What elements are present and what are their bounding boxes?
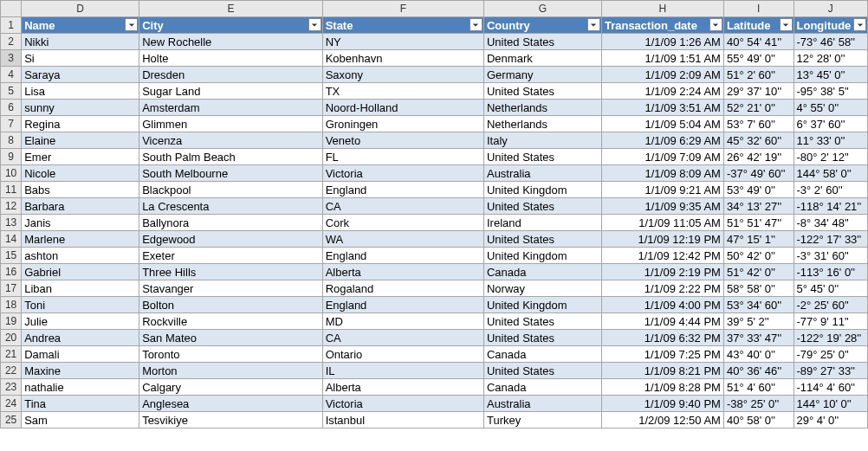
cell-city[interactable]: Amsterdam (139, 100, 323, 116)
cell-transaction_date[interactable]: 1/1/09 1:51 AM (601, 50, 723, 67)
cell-longitude[interactable]: 13° 45' 0'' (794, 67, 868, 83)
cell-name[interactable]: Si (22, 50, 139, 67)
filter-dropdown-icon[interactable] (308, 18, 321, 31)
cell-state[interactable]: Victoria (322, 396, 483, 412)
cell-city[interactable]: Morton (139, 363, 323, 379)
cell-name[interactable]: Nikki (22, 34, 139, 50)
cell-latitude[interactable]: 51° 2' 60'' (723, 67, 794, 83)
row-header-23[interactable]: 23 (1, 379, 22, 396)
cell-name[interactable]: Regina (22, 116, 139, 132)
table-header-transaction_date[interactable]: Transaction_date (601, 17, 723, 34)
table-row[interactable]: 13JanisBallynoraCorkIreland1/1/09 11:05 … (1, 215, 868, 231)
cell-longitude[interactable]: 29° 4' 0'' (794, 412, 868, 428)
cell-transaction_date[interactable]: 1/2/09 12:50 AM (601, 412, 723, 428)
cell-latitude[interactable]: 50° 42' 0'' (723, 248, 794, 264)
column-header-F[interactable]: F (322, 1, 483, 17)
row-header-9[interactable]: 9 (1, 149, 22, 165)
cell-state[interactable]: Kobenhavn (322, 50, 483, 67)
cell-country[interactable]: United States (483, 313, 601, 330)
cell-latitude[interactable]: 37° 33' 47'' (723, 330, 794, 346)
row-header-13[interactable]: 13 (1, 215, 22, 231)
cell-name[interactable]: Toni (22, 297, 139, 313)
cell-state[interactable]: Istanbul (322, 412, 483, 428)
cell-country[interactable]: United States (483, 231, 601, 248)
cell-state[interactable]: Alberta (322, 379, 483, 396)
cell-longitude[interactable]: -89° 27' 33'' (794, 363, 868, 379)
cell-transaction_date[interactable]: 1/1/09 1:26 AM (601, 34, 723, 50)
row-header-4[interactable]: 4 (1, 67, 22, 83)
table-row[interactable]: 19JulieRockvilleMDUnited States1/1/09 4:… (1, 313, 868, 330)
cell-country[interactable]: United States (483, 330, 601, 346)
cell-city[interactable]: Tesvikiye (139, 412, 323, 428)
row-header-15[interactable]: 15 (1, 248, 22, 264)
cell-longitude[interactable]: -73° 46' 58'' (794, 34, 868, 50)
table-row[interactable]: 15ashtonExeterEnglandUnited Kingdom1/1/0… (1, 248, 868, 264)
cell-longitude[interactable]: -80° 2' 12'' (794, 149, 868, 165)
row-header-24[interactable]: 24 (1, 396, 22, 412)
cell-city[interactable]: Calgary (139, 379, 323, 396)
table-row[interactable]: 16GabrielThree HillsAlbertaCanada1/1/09 … (1, 264, 868, 280)
cell-name[interactable]: Tina (22, 396, 139, 412)
cell-country[interactable]: United States (483, 83, 601, 100)
cell-country[interactable]: United Kingdom (483, 297, 601, 313)
row-header-5[interactable]: 5 (1, 83, 22, 100)
cell-transaction_date[interactable]: 1/1/09 6:29 AM (601, 132, 723, 149)
row-header-21[interactable]: 21 (1, 346, 22, 363)
row-header-25[interactable]: 25 (1, 412, 22, 428)
row-header-16[interactable]: 16 (1, 264, 22, 280)
row-header-6[interactable]: 6 (1, 100, 22, 116)
table-row[interactable]: 6sunnyAmsterdamNoord-HollandNetherlands1… (1, 100, 868, 116)
column-header-D[interactable]: D (22, 1, 139, 17)
cell-state[interactable]: CA (322, 330, 483, 346)
cell-city[interactable]: Blackpool (139, 182, 323, 198)
cell-country[interactable]: Canada (483, 346, 601, 363)
cell-city[interactable]: Rockville (139, 313, 323, 330)
cell-state[interactable]: Cork (322, 215, 483, 231)
cell-city[interactable]: Ballynora (139, 215, 323, 231)
cell-city[interactable]: Edgewood (139, 231, 323, 248)
cell-name[interactable]: Julie (22, 313, 139, 330)
column-header-I[interactable]: I (723, 1, 794, 17)
cell-name[interactable]: Maxine (22, 363, 139, 379)
cell-latitude[interactable]: -38° 25' 0'' (723, 396, 794, 412)
cell-name[interactable]: Elaine (22, 132, 139, 149)
cell-transaction_date[interactable]: 1/1/09 7:09 AM (601, 149, 723, 165)
cell-longitude[interactable]: -114° 4' 60'' (794, 379, 868, 396)
cell-state[interactable]: Groningen (322, 116, 483, 132)
cell-city[interactable]: South Palm Beach (139, 149, 323, 165)
cell-state[interactable]: Victoria (322, 165, 483, 182)
column-header-H[interactable]: H (601, 1, 723, 17)
cell-state[interactable]: Veneto (322, 132, 483, 149)
cell-latitude[interactable]: 39° 5' 2'' (723, 313, 794, 330)
table-row[interactable]: 21DamaliTorontoOntarioCanada1/1/09 7:25 … (1, 346, 868, 363)
row-header-3[interactable]: 3 (1, 50, 22, 67)
cell-city[interactable]: San Mateo (139, 330, 323, 346)
spreadsheet-grid[interactable]: DEFGHIJ1NameCityStateCountryTransaction_… (0, 0, 868, 428)
cell-state[interactable]: IL (322, 363, 483, 379)
cell-latitude[interactable]: 40° 58' 0'' (723, 412, 794, 428)
cell-latitude[interactable]: 58° 58' 0'' (723, 280, 794, 297)
cell-latitude[interactable]: 53° 49' 0'' (723, 182, 794, 198)
cell-country[interactable]: United States (483, 363, 601, 379)
cell-country[interactable]: United Kingdom (483, 248, 601, 264)
cell-transaction_date[interactable]: 1/1/09 6:32 PM (601, 330, 723, 346)
row-header-18[interactable]: 18 (1, 297, 22, 313)
cell-transaction_date[interactable]: 1/1/09 7:25 PM (601, 346, 723, 363)
table-header-state[interactable]: State (322, 17, 483, 34)
cell-longitude[interactable]: 12° 28' 0'' (794, 50, 868, 67)
cell-longitude[interactable]: 144° 58' 0'' (794, 165, 868, 182)
cell-state[interactable]: WA (322, 231, 483, 248)
select-all-corner[interactable] (1, 1, 22, 17)
cell-country[interactable]: United States (483, 198, 601, 215)
cell-name[interactable]: Nicole (22, 165, 139, 182)
cell-longitude[interactable]: 5° 45' 0'' (794, 280, 868, 297)
cell-transaction_date[interactable]: 1/1/09 9:21 AM (601, 182, 723, 198)
row-header-10[interactable]: 10 (1, 165, 22, 182)
cell-country[interactable]: United Kingdom (483, 182, 601, 198)
cell-latitude[interactable]: 51° 4' 60'' (723, 379, 794, 396)
cell-transaction_date[interactable]: 1/1/09 4:00 PM (601, 297, 723, 313)
filter-dropdown-icon[interactable] (780, 18, 793, 31)
cell-transaction_date[interactable]: 1/1/09 8:09 AM (601, 165, 723, 182)
cell-state[interactable]: Alberta (322, 264, 483, 280)
cell-transaction_date[interactable]: 1/1/09 2:09 AM (601, 67, 723, 83)
